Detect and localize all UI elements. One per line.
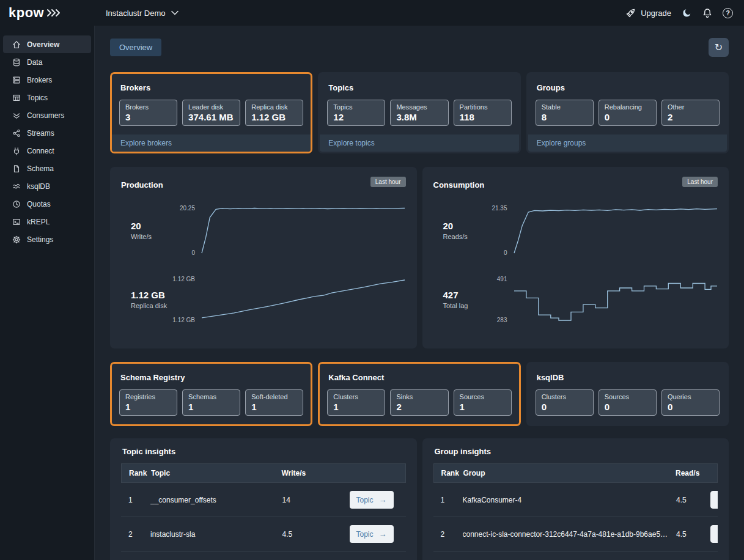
replica-disk-line-chart bbox=[201, 278, 406, 322]
stat-value: 0 bbox=[605, 402, 650, 412]
replica-disk-metric: 1.12 GB Replica disk 1.12 GB 1.12 GB bbox=[121, 278, 406, 322]
explore-brokers-link[interactable]: Explore brokers bbox=[112, 134, 311, 152]
sidebar-item-topics[interactable]: Topics bbox=[3, 89, 91, 106]
sidebar-item-schema[interactable]: Schema bbox=[3, 160, 91, 177]
chart-title: Production bbox=[121, 177, 163, 190]
topic-link-button[interactable]: Topic → bbox=[350, 525, 394, 543]
summary-cards-row: Brokers Brokers 3 Leader disk 374.61 MB … bbox=[110, 72, 729, 153]
stat-label: Replica disk bbox=[251, 103, 297, 111]
button-label: Topic bbox=[356, 496, 374, 504]
stat-label: Leader disk bbox=[188, 103, 234, 111]
plug-icon bbox=[12, 147, 21, 155]
stat-tile: Registries 1 bbox=[119, 389, 177, 416]
group-link-button-clipped[interactable] bbox=[710, 525, 718, 543]
stat-value: 3.8M bbox=[396, 112, 442, 122]
stat-label: Partitions bbox=[460, 103, 506, 111]
y-axis-max: 1.12 GB bbox=[172, 276, 195, 282]
moon-icon bbox=[682, 8, 692, 18]
sidebar-item-label: Consumers bbox=[27, 111, 64, 120]
topic-insights-card: Topic insights Rank Topic Write/s 1 __co… bbox=[110, 438, 417, 560]
column-header-writes: Write/s bbox=[282, 469, 349, 477]
card-title: Brokers bbox=[112, 74, 311, 100]
sidebar-item-overview[interactable]: Overview bbox=[3, 35, 91, 53]
column-header-topic: Topic bbox=[151, 469, 282, 477]
chevron-down-icon bbox=[171, 10, 179, 15]
insights-row: Topic insights Rank Topic Write/s 1 __co… bbox=[110, 438, 729, 560]
writes-line-chart bbox=[201, 207, 406, 254]
column-header-rank: Rank bbox=[122, 469, 151, 477]
sidebar-item-settings[interactable]: Settings bbox=[3, 230, 91, 248]
kafka-connect-card: Kafka Connect Clusters 1 Sinks 2 Sources bbox=[318, 362, 520, 426]
database-icon bbox=[12, 58, 21, 67]
bell-icon bbox=[702, 8, 712, 18]
groups-card: Groups Stable 8 Rebalancing 0 Other 2 bbox=[526, 72, 729, 153]
group-link-button-clipped[interactable] bbox=[710, 491, 718, 509]
stat-label: Topics bbox=[333, 103, 379, 111]
stat-label: Schemas bbox=[188, 393, 234, 400]
stat-label: Registries bbox=[125, 393, 171, 400]
stat-value: 12 bbox=[333, 112, 379, 122]
arrow-right-icon: → bbox=[379, 495, 387, 504]
stat-value: 1 bbox=[125, 402, 171, 412]
sidebar-item-data[interactable]: Data bbox=[3, 53, 91, 71]
rank-cell: 1 bbox=[121, 496, 150, 504]
stat-tile: Partitions 118 bbox=[454, 100, 512, 126]
stat-label: Sources bbox=[460, 393, 506, 400]
notifications-button[interactable] bbox=[702, 8, 712, 18]
y-axis-max: 491 bbox=[497, 276, 507, 282]
main-content: Overview ↻ Brokers Brokers 3 Leader dis bbox=[95, 26, 744, 560]
environment-selector[interactable]: Instaclustr Demo bbox=[106, 9, 179, 18]
group-name-cell: connect-ic-sla-connector-312c6447-4a7a-4… bbox=[463, 530, 677, 539]
reads-line-chart bbox=[513, 207, 718, 254]
stat-tile: Other 2 bbox=[661, 100, 720, 126]
timeframe-badge: Last hour bbox=[370, 177, 406, 187]
stat-tile: Schemas 1 bbox=[182, 389, 240, 416]
sidebar-item-brokers[interactable]: Brokers bbox=[3, 71, 91, 89]
overview-chip[interactable]: Overview bbox=[110, 39, 161, 56]
stat-tile: Rebalancing 0 bbox=[599, 100, 657, 126]
y-axis-min: 0 bbox=[191, 249, 195, 256]
sidebar-item-streams[interactable]: Streams bbox=[3, 124, 91, 142]
refresh-button[interactable]: ↻ bbox=[709, 38, 729, 57]
wave-icon bbox=[12, 182, 21, 191]
page-toolbar: Overview ↻ bbox=[110, 38, 729, 57]
sidebar-item-connect[interactable]: Connect bbox=[3, 142, 91, 160]
sidebar-item-consumers[interactable]: Consumers bbox=[3, 106, 91, 124]
group-insights-card: Group insights Rank Group Read/s 1 Kafka… bbox=[422, 438, 729, 560]
sidebar-item-ksqldb[interactable]: ksqlDB bbox=[3, 177, 91, 195]
stat-label: Messages bbox=[396, 103, 442, 111]
writes-cell: 14 bbox=[282, 496, 350, 504]
document-icon bbox=[12, 164, 21, 173]
card-title: Topics bbox=[320, 74, 518, 100]
stat-value: 0 bbox=[542, 402, 587, 412]
sidebar-item-quotas[interactable]: Quotas bbox=[3, 195, 91, 213]
sidebar-item-label: Settings bbox=[27, 235, 53, 244]
topic-link-button[interactable]: Topic → bbox=[350, 491, 394, 509]
reads-cell: 4.5 bbox=[676, 496, 710, 504]
dark-mode-toggle[interactable] bbox=[682, 8, 692, 18]
metric-value: 1.12 GB bbox=[131, 290, 166, 300]
chart-title: Consumption bbox=[433, 177, 485, 190]
table-icon bbox=[12, 94, 21, 102]
total-lag-line-chart bbox=[513, 278, 718, 322]
column-header-reads: Read/s bbox=[676, 469, 710, 477]
explore-topics-link[interactable]: Explore topics bbox=[320, 134, 518, 152]
sidebar-item-label: Overview bbox=[27, 40, 59, 49]
y-axis-max: 21.35 bbox=[492, 205, 507, 212]
help-button[interactable]: ? bbox=[723, 8, 733, 18]
sidebar-item-label: Topics bbox=[27, 94, 48, 102]
stat-tile: Clusters 1 bbox=[327, 389, 385, 416]
sidebar-item-label: Brokers bbox=[27, 76, 52, 84]
home-icon bbox=[12, 40, 21, 49]
upgrade-button[interactable]: Upgrade bbox=[625, 8, 671, 18]
stat-tile: Stable 8 bbox=[536, 100, 594, 126]
y-axis-min: 1.12 GB bbox=[172, 317, 195, 323]
button-label: Topic bbox=[356, 530, 374, 539]
explore-groups-link[interactable]: Explore groups bbox=[528, 134, 727, 152]
table-header: Rank Topic Write/s bbox=[121, 463, 406, 483]
top-bar: kpow Instaclustr Demo Upgrade bbox=[0, 0, 744, 26]
timeframe-badge: Last hour bbox=[682, 177, 718, 187]
total-lag-metric: 427 Total lag 491 283 bbox=[433, 278, 718, 322]
sidebar-item-label: kREPL bbox=[27, 218, 50, 226]
sidebar-item-krepl[interactable]: kREPL bbox=[3, 213, 91, 230]
